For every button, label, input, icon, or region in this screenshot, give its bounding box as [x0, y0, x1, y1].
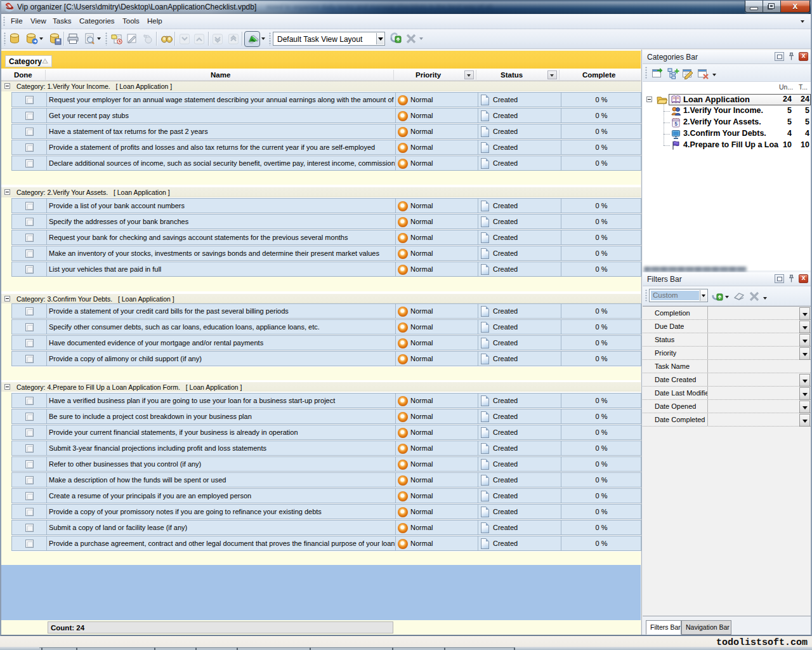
svg-text:5: 5: [674, 121, 678, 127]
